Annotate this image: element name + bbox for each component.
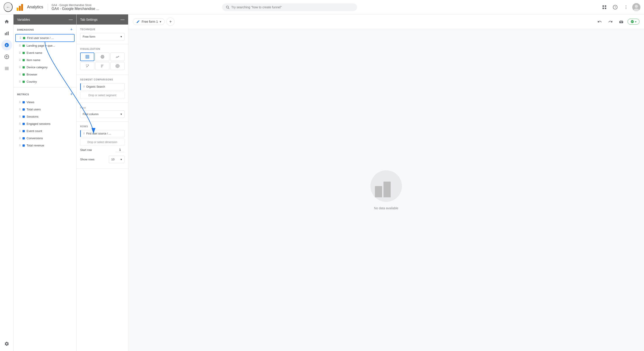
nav-home[interactable] [1,16,12,27]
drag-handle: ⠿ [19,130,21,133]
metric-item-event-count[interactable]: ⠿ Event count [15,128,74,135]
metric-item-sessions[interactable]: ⠿ Sessions [15,113,74,120]
share-button[interactable] [617,17,626,26]
drag-handle: ⠿ [19,101,21,104]
svg-point-40 [88,65,89,66]
visualization-section: VISUALIZATION [76,44,128,75]
dimension-item-event-name[interactable]: ⠿ Event name [15,49,74,56]
technique-section: TECHNIQUE Free form ▾ [76,25,128,44]
add-metric-btn[interactable]: + [70,92,73,97]
metric-dot [22,116,25,118]
help-button[interactable]: ? [611,3,620,12]
dimension-item-item-name[interactable]: ⠿ Item name [15,57,74,64]
add-dimension-btn[interactable]: + [70,27,73,32]
metric-item-conversions[interactable]: ⠿ Conversions [15,135,74,142]
dim-dot [22,74,25,76]
dimension-item-first-user-source[interactable]: ⠿ First user source / ... [15,34,74,42]
svg-rect-2 [21,4,23,11]
svg-text:E: E [6,44,8,47]
svg-rect-17 [5,33,6,35]
technique-label: TECHNIQUE [80,28,124,31]
svg-line-4 [228,8,229,9]
dimensions-section-header: DIMENSIONS + [14,25,76,34]
pivot-select[interactable]: First column ▾ [80,110,124,118]
no-data-text: No data available [374,206,398,210]
check-icon [630,20,634,24]
show-rows-select[interactable]: 10 ▾ [109,156,124,163]
visualization-label: VISUALIZATION [80,48,124,50]
pivot-dropdown-icon: ▾ [120,112,122,116]
dimension-item-country[interactable]: ⠿ Country [15,78,74,85]
svg-rect-31 [86,55,89,58]
add-tab-button[interactable]: + [166,18,174,26]
nav-configure[interactable] [1,63,12,74]
dimension-item-landing-page[interactable]: ⠿ Landing page + que... [15,42,74,49]
metric-dot [22,101,25,103]
viz-btn-scatter[interactable] [80,62,94,70]
technique-value: Free form [83,35,95,38]
avatar[interactable] [632,3,640,11]
metric-dot [22,144,25,147]
divider [14,87,76,87]
metric-item-total-revenue[interactable]: ⠿ Total revenue [15,142,74,149]
undo-button[interactable] [595,17,604,26]
main-layout: E Var [0,15,644,351]
metric-label: Engaged sessions [26,122,50,126]
metric-item-views[interactable]: ⠿ Views [15,99,74,106]
metric-label: Sessions [26,115,38,118]
drag-handle: ⠿ [19,51,21,55]
row-dimension-item[interactable]: ⠿ First user source / ... [80,130,124,137]
left-nav: E [0,15,14,351]
variables-title: Variables [17,18,30,22]
variables-minimize-btn[interactable]: — [69,17,73,22]
tab-settings-minimize-btn[interactable]: — [120,17,124,22]
viz-btn-donut[interactable] [95,53,110,61]
viz-btn-map[interactable] [110,62,124,70]
show-rows-row: Show rows 10 ▾ [80,154,124,165]
nav-explore[interactable]: E [1,40,12,51]
svg-rect-7 [602,8,604,9]
drag-handle: ⠿ [19,80,21,83]
search-input[interactable] [231,6,354,9]
technique-select[interactable]: Free form ▾ [80,33,124,40]
svg-rect-0 [17,8,18,11]
tab-label: Free form 1 [142,20,158,24]
nav-advertising[interactable] [1,51,12,62]
app-title: Analytics [27,5,43,10]
dimensions-list: ⠿ First user source / ... ⠿ Landing page… [14,34,76,85]
grid-button[interactable] [600,3,609,12]
metric-item-engaged-sessions[interactable]: ⠿ Engaged sessions [15,120,74,127]
viz-btn-line[interactable] [110,53,124,61]
svg-rect-19 [8,32,8,35]
drop-dimension-zone[interactable]: Drop or select dimension [80,139,124,146]
back-button[interactable]: ← [4,2,12,12]
start-row-input[interactable] [116,148,124,152]
metrics-label: METRICS [17,93,29,96]
dimension-item-device-category[interactable]: ⠿ Device category [15,64,74,71]
tab-dropdown-icon[interactable]: ▾ [160,20,161,24]
dim-dot [22,66,25,69]
dim-label: Item name [26,58,40,62]
metric-item-total-users[interactable]: ⠿ Total users [15,106,74,113]
rows-section: ROWS ⠿ First user source / ... Drop or s… [76,122,128,169]
more-button[interactable] [622,3,630,12]
bar-1 [375,186,382,197]
viz-btn-bar[interactable] [95,62,110,70]
dim-label: Country [26,80,37,83]
check-status[interactable]: ▾ [628,19,640,25]
drag-handle: ⠿ [19,108,21,111]
drop-segment-zone[interactable]: Drop or select segment [80,92,124,99]
metric-dot [22,108,25,111]
dimension-item-browser[interactable]: ⠿ Browser [15,71,74,78]
nav-settings[interactable] [1,338,12,349]
metric-label: Views [26,101,34,104]
segment-item[interactable]: ⠿ Organic Search [80,83,124,90]
tab-edit-icon [136,20,140,24]
show-rows-value: 10 [111,158,114,161]
redo-button[interactable] [606,17,615,26]
dim-label: Device category [26,66,48,69]
viz-btn-table[interactable] [80,53,94,61]
nav-reports[interactable] [1,28,12,39]
tab-chip[interactable]: Free form 1 ▾ [133,18,164,25]
search-bar[interactable] [222,4,357,11]
